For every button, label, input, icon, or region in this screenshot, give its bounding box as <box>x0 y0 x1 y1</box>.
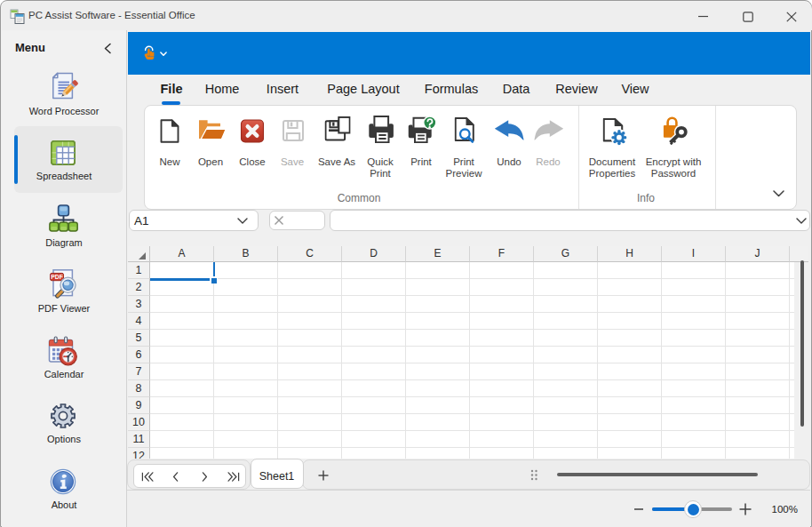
svg-text:PDF: PDF <box>51 274 63 280</box>
